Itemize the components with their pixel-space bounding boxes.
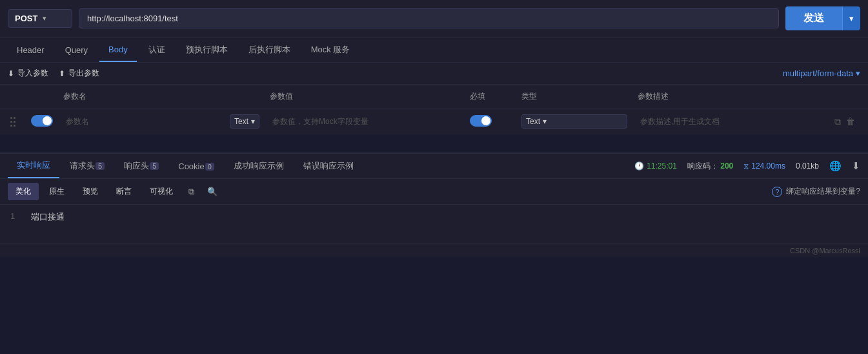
tab-auth[interactable]: 认证 (139, 37, 174, 62)
tab-post-script[interactable]: 后执行脚本 (239, 37, 299, 62)
response-code-value: 200 (720, 161, 733, 171)
footer: CSDN @MarcusRossi (0, 244, 868, 257)
param-type-inline-selector[interactable]: Text ▾ (230, 114, 259, 129)
line-number-1: 1 (10, 211, 23, 237)
response-body: 1 端口接通 (0, 205, 868, 244)
send-btn-group: 发送 ▾ (785, 6, 860, 30)
toolbar: ⬇ 导入参数 ⬆ 导出参数 multipart/form-data ▾ (0, 63, 868, 85)
response-line-1: 端口接通 (31, 211, 65, 237)
import-icon: ⬇ (8, 69, 14, 78)
method-selector[interactable]: POST ▾ (8, 9, 72, 28)
footer-text: CSDN @MarcusRossi (790, 247, 860, 255)
table-header: 参数名 参数值 必填 类型 参数描述 (0, 85, 868, 109)
param-type-chevron-icon: ▾ (251, 117, 255, 126)
th-actions (829, 88, 868, 105)
response-code-label: 响应码： 200 (687, 161, 733, 172)
timer-icon: ⧖ (743, 161, 749, 171)
toolbar-left: ⬇ 导入参数 ⬆ 导出参数 (8, 68, 99, 79)
row-actions: ⧉ 🗑 (829, 116, 868, 127)
import-params-button[interactable]: ⬇ 导入参数 (8, 68, 48, 79)
response-size: 0.01kb (796, 161, 819, 171)
url-input[interactable] (79, 8, 779, 28)
param-value-input[interactable] (270, 116, 459, 127)
request-headers-badge: 5 (96, 162, 105, 170)
tabs-bar: Header Query Body 认证 预执行脚本 后执行脚本 Mock 服务 (0, 37, 868, 63)
method-chevron-icon: ▾ (43, 14, 46, 23)
required-cell (465, 112, 516, 131)
content-type-chevron-icon: ▾ (856, 68, 860, 78)
search-view-icon[interactable]: 🔍 (202, 183, 223, 200)
tab-header[interactable]: Header (8, 39, 54, 61)
row-toggle-cell (26, 112, 58, 131)
export-params-button[interactable]: ⬆ 导出参数 (59, 68, 99, 79)
body-spacer (0, 134, 868, 152)
tab-error-example[interactable]: 错误响应示例 (294, 154, 363, 178)
type-selector[interactable]: Text ▾ (521, 114, 627, 129)
view-tab-raw[interactable]: 原生 (41, 183, 72, 200)
globe-icon: 🌐 (829, 160, 842, 172)
tab-request-headers[interactable]: 请求头5 (61, 154, 114, 178)
import-label: 导入参数 (17, 68, 48, 79)
table-row: Text ▾ Text ▾ ⧉ 🗑 (0, 109, 868, 134)
view-tab-assert[interactable]: 断言 (108, 183, 139, 200)
row-delete-icon[interactable]: 🗑 (846, 116, 855, 127)
th-type: 类型 (516, 88, 632, 105)
cookie-badge: 0 (205, 163, 214, 171)
th-desc: 参数描述 (632, 88, 829, 105)
copy-view-icon[interactable]: ⧉ (183, 183, 199, 200)
top-bar: POST ▾ 发送 ▾ (0, 0, 868, 37)
tab-cookie[interactable]: Cookie0 (169, 156, 223, 177)
param-name-input[interactable] (63, 116, 226, 127)
row-copy-icon[interactable]: ⧉ (834, 116, 841, 127)
type-cell: Text ▾ (516, 112, 632, 131)
param-type-inline-label: Text (234, 117, 248, 126)
th-param-name: 参数名 (58, 88, 265, 105)
tab-response-headers[interactable]: 响应头5 (115, 154, 168, 178)
response-time: 🕐 11:25:01 (634, 161, 677, 171)
th-drag (0, 88, 26, 105)
tab-body[interactable]: Body (99, 38, 137, 62)
content-type-selector[interactable]: multipart/form-data ▾ (783, 68, 860, 78)
method-label: POST (15, 14, 37, 23)
th-toggle (26, 88, 58, 105)
send-dropdown-button[interactable]: ▾ (842, 6, 860, 30)
bind-help-icon[interactable]: ? (772, 187, 782, 197)
view-tab-visual[interactable]: 可视化 (142, 183, 181, 200)
send-button[interactable]: 发送 (785, 6, 842, 30)
tab-realtime-response[interactable]: 实时响应 (8, 154, 59, 178)
th-param-value: 参数值 (265, 88, 465, 105)
view-tab-beautify[interactable]: 美化 (8, 183, 39, 200)
param-value-cell (265, 113, 465, 130)
param-name-cell: Text ▾ (58, 112, 265, 131)
download-icon: ⬇ (852, 160, 860, 172)
tab-success-example[interactable]: 成功响应示例 (225, 154, 293, 178)
response-duration: ⧖ 124.00ms (743, 161, 785, 171)
type-chevron-icon: ▾ (543, 117, 547, 126)
desc-cell (632, 113, 829, 130)
bind-result-label[interactable]: 绑定响应结果到变量? (786, 186, 860, 197)
view-tab-preview[interactable]: 预览 (75, 183, 106, 200)
required-toggle[interactable] (470, 115, 492, 127)
response-headers-badge: 5 (150, 162, 159, 170)
tab-mock[interactable]: Mock 服务 (302, 37, 359, 62)
response-meta: 🕐 11:25:01 响应码： 200 ⧖ 124.00ms 0.01kb 🌐 … (634, 160, 860, 172)
bind-result-area: ? 绑定响应结果到变量? (772, 186, 860, 197)
th-required: 必填 (465, 88, 516, 105)
tab-pre-script[interactable]: 预执行脚本 (177, 37, 237, 62)
view-tabs: 美化 原生 预览 断言 可视化 ⧉ 🔍 ? 绑定响应结果到变量? (0, 179, 868, 205)
param-desc-input[interactable] (638, 116, 824, 127)
bottom-tabs: 实时响应 请求头5 响应头5 Cookie0 成功响应示例 错误响应示例 🕐 1… (0, 152, 868, 179)
export-icon: ⬆ (59, 69, 65, 78)
drag-handle[interactable] (0, 114, 26, 129)
content-type-label: multipart/form-data (783, 68, 853, 78)
tab-query[interactable]: Query (56, 39, 97, 61)
clock-icon: 🕐 (634, 161, 644, 171)
export-label: 导出参数 (68, 68, 99, 79)
type-label: Text (526, 117, 540, 126)
row-enabled-toggle[interactable] (31, 115, 53, 127)
